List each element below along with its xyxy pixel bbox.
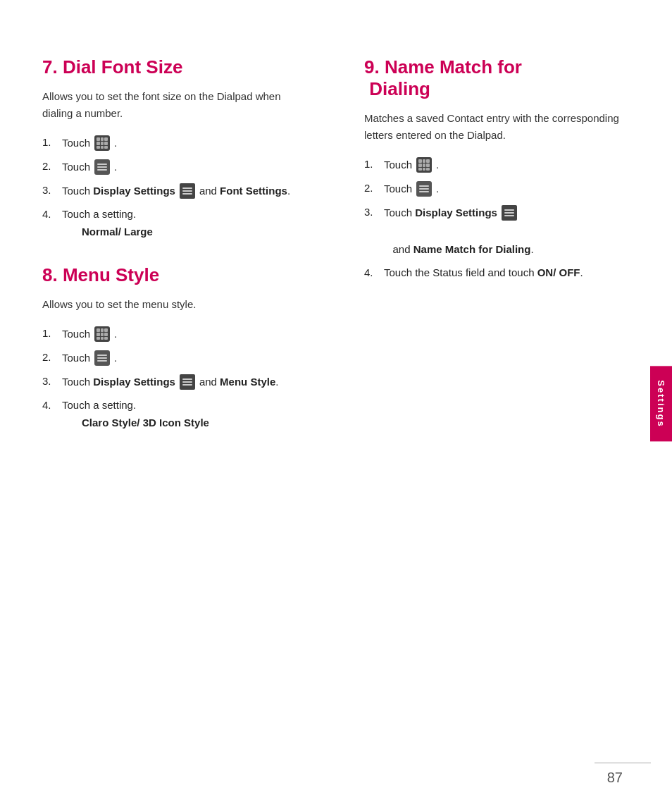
step-text: Touch [384,156,412,173]
step-7-3: 3. Touch Display Settings and Font Setti… [42,183,308,199]
step-subtext: Claro Style/ 3D Icon Style [82,415,209,431]
apps-icon [416,157,432,173]
step-punctuation: . [114,350,117,366]
step-content: Touch . [62,159,117,175]
step-number: 3. [42,183,62,199]
apps-icon [94,326,110,342]
section-8-steps: 1. Touch [42,326,308,431]
step-text: Touch [62,159,90,175]
section-8-description: Allows you to set the menu style. [42,296,308,313]
step-text: Touch a setting. [62,399,136,411]
step-8-3: 3. Touch Display Settings and Menu Style… [42,374,308,390]
step-number: 2. [364,180,384,197]
settings-icon [94,159,110,175]
step-7-2: 2. Touch . [42,159,308,175]
step-content: Touch Display Settings and Name Match fo… [384,204,630,258]
display-settings-icon [180,183,195,199]
step-9-1: 1. Touch [364,156,630,173]
sidebar-settings-tab: Settings [650,366,672,441]
step-text: Touch [62,350,90,366]
step-8-4: 4. Touch a setting. Claro Style/ 3D Icon… [42,398,308,431]
step-subtext: Normal/ Large [82,224,153,240]
step-connector: and Menu Style. [199,374,279,390]
step-number: 4. [42,398,62,414]
step-content: Touch a setting. Claro Style/ 3D Icon St… [62,398,209,431]
step-text: Touch [62,326,90,343]
step-number: 1. [364,156,384,173]
display-settings-icon [180,374,195,390]
step-8-2: 2. Touch . [42,350,308,366]
step-content: Touch the Status field and touch ON/ OFF… [384,265,583,281]
section-9: 9. Name Match for Dialing Matches a save… [364,56,630,281]
section-8: 8. Menu Style Allows you to set the menu… [42,264,308,431]
step-number: 3. [42,374,62,390]
left-column: 7. Dial Font Size Allows you to set the … [42,56,322,455]
step-punctuation: . [114,326,117,343]
step-content: Touch . [384,180,439,197]
step-punctuation: . [436,180,439,197]
step-9-3: 3. Touch Display Settings and Name Match… [364,204,630,258]
step-punctuation: . [114,159,117,175]
step-content: Touch . [62,350,117,366]
step-text: Touch [62,135,90,152]
step-content: Touch a setting. Normal/ Large [62,207,153,240]
step-8-1: 1. Touch [42,326,308,343]
step-content: Touch [62,326,117,343]
section-7-title: 7. Dial Font Size [42,56,308,78]
step-connector: and Name Match for Dialing. [384,224,534,258]
step-number: 4. [364,265,384,281]
page-content: 7. Dial Font Size Allows you to set the … [0,0,672,498]
step-text: Touch Display Settings [62,183,175,199]
step-connector: and Font Settings. [199,183,290,199]
step-number: 1. [42,326,62,342]
step-punctuation: . [436,156,439,173]
section-7-description: Allows you to set the font size on the D… [42,88,308,122]
settings-icon [416,181,432,197]
right-column: 9. Name Match for Dialing Matches a save… [350,56,630,455]
step-text: Touch a setting. [62,208,136,220]
step-number: 1. [42,135,62,151]
step-content: Touch [62,135,117,152]
step-number: 2. [42,350,62,366]
settings-icon [94,350,110,366]
step-content: Touch Display Settings and Menu Style. [62,374,278,390]
step-7-1: 1. Touch [42,135,308,152]
section-9-title: 9. Name Match for Dialing [364,56,630,100]
section-7-steps: 1. Touch [42,135,308,240]
apps-icon [94,135,110,151]
section-7: 7. Dial Font Size Allows you to set the … [42,56,308,240]
step-7-4: 4. Touch a setting. Normal/ Large [42,207,308,240]
page-divider [595,763,651,763]
step-text: Touch [384,180,412,197]
step-content: Touch Display Settings and Font Settings… [62,183,290,199]
step-punctuation: . [114,135,117,152]
step-text: Touch Display Settings [384,204,497,221]
step-number: 4. [42,207,62,223]
step-9-4: 4. Touch the Status field and touch ON/ … [364,265,630,281]
step-content: Touch [384,156,439,173]
step-text: Touch Display Settings [62,374,175,390]
section-9-description: Matches a saved Contact entry with the c… [364,110,630,144]
section-8-title: 8. Menu Style [42,264,308,286]
display-settings-icon [502,205,517,221]
page-number: 87 [607,770,623,786]
step-text: Touch the Status field and touch ON/ OFF… [384,266,583,278]
section-9-steps: 1. Touch [364,156,630,281]
step-number: 2. [42,159,62,175]
step-number: 3. [364,204,384,221]
step-9-2: 2. Touch . [364,180,630,197]
